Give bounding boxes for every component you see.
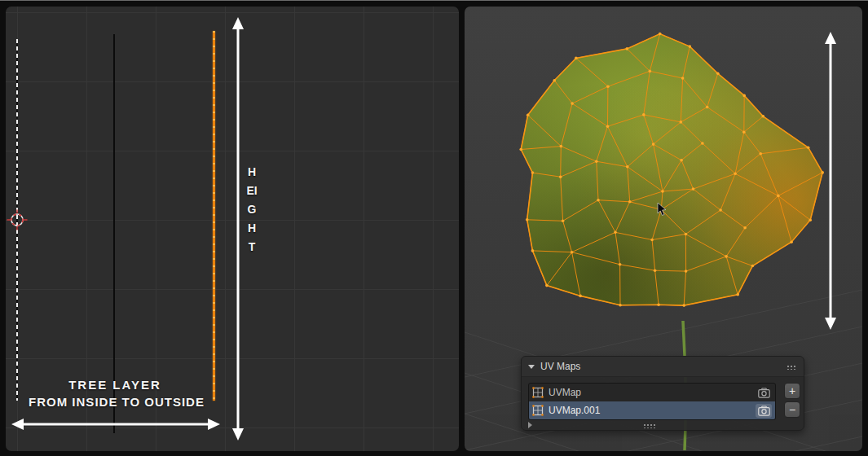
uv-maps-panel-header[interactable]: UV Maps	[522, 357, 804, 377]
uvmap-list-item[interactable]: UVMap	[529, 384, 775, 401]
2d-cursor-icon	[7, 209, 28, 230]
panel-collapse-caret-icon	[528, 365, 535, 369]
uvmap-list-item-label: UVMap	[549, 387, 756, 398]
height-annotation-arrow	[231, 16, 245, 441]
add-uvmap-button[interactable]: +	[784, 383, 800, 399]
3d-viewport[interactable]: UV Maps UVMap	[465, 7, 862, 451]
uv-island-outer-layer-line-selected[interactable]	[213, 31, 215, 401]
uvmap-list-operations: + −	[784, 383, 800, 418]
uv-maps-panel: UV Maps UVMap	[521, 356, 804, 431]
render-camera-toggle[interactable]	[756, 404, 772, 418]
tree-layer-annotation-line1: TREE LAYER	[12, 378, 218, 392]
uv-editor-viewport[interactable]: HEIGHT TREE LAYER FROM INSIDE TO OUTSIDE	[6, 7, 459, 451]
width-annotation-arrow	[11, 417, 221, 432]
uv-maps-panel-footer	[522, 419, 804, 431]
uvmap-list-item-label: UVMap.001	[549, 405, 756, 416]
uv-maps-list: UVMap	[528, 383, 776, 420]
uvmap-icon	[532, 405, 544, 416]
panel-drag-handle-icon[interactable]	[786, 364, 797, 370]
uv-maps-panel-title: UV Maps	[540, 361, 786, 372]
camera-icon	[758, 388, 770, 398]
tree-layer-annotation-line2: FROM INSIDE TO OUTSIDE	[6, 395, 227, 409]
disclosure-triangle-icon[interactable]	[528, 422, 532, 428]
uvmap-list-item-selected[interactable]: UVMap.001	[529, 401, 775, 419]
panel-resize-handle-icon[interactable]	[642, 423, 657, 428]
mouse-cursor-icon	[657, 202, 668, 217]
remove-uvmap-button[interactable]: −	[784, 401, 800, 418]
camera-icon	[758, 406, 770, 416]
render-camera-toggle[interactable]	[756, 386, 772, 400]
blender-window: HEIGHT TREE LAYER FROM INSIDE TO OUTSIDE	[0, 0, 868, 456]
height-annotation-label: HEIGHT	[245, 163, 258, 256]
model-height-annotation-arrow	[823, 31, 838, 331]
uv-island-middle-layer-line[interactable]	[113, 34, 115, 433]
uvmap-icon	[532, 387, 544, 398]
